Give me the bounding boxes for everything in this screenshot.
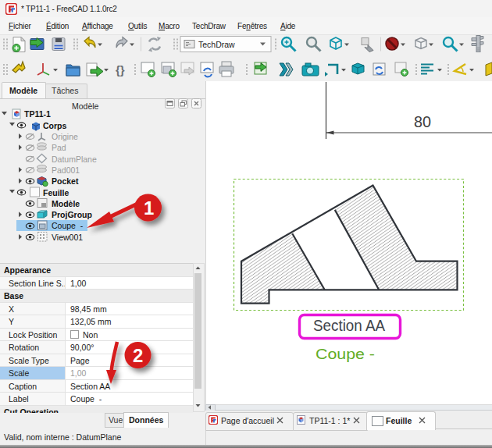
svg-text:2: 2 <box>133 345 143 366</box>
svg-text:1: 1 <box>144 197 154 219</box>
